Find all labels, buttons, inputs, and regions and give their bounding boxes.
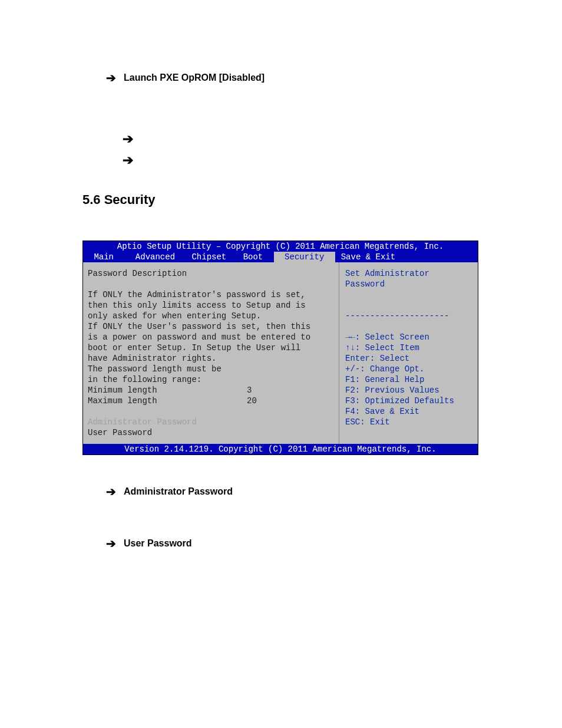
bullet-admin-password: ➔ Administrator Password xyxy=(106,485,480,499)
pw-desc-line: in the following range: xyxy=(88,374,335,385)
tab-save-exit[interactable]: Save & Exit xyxy=(335,252,401,262)
nav-hint: +/-: Change Opt. xyxy=(345,364,473,374)
arrow-icon: ➔ xyxy=(106,536,124,551)
tab-main[interactable]: Main xyxy=(83,252,124,262)
section-heading: 5.6 Security xyxy=(82,192,480,207)
bullet-label: Launch PXE OpROM [Disabled] xyxy=(124,73,265,83)
admin-password-item[interactable]: Administrator Password xyxy=(88,417,335,427)
bios-left-pane: Password Description If ONLY the Adminis… xyxy=(83,262,339,444)
nav-hint: ↑↓: Select Item xyxy=(345,342,473,353)
nav-hint: F1: General Help xyxy=(345,374,473,385)
pw-desc-line: only asked for when entering Setup. xyxy=(88,311,335,321)
bullet-launch-pxe: ➔ Launch PXE OpROM [Disabled] xyxy=(106,71,480,85)
bios-screenshot: Aptio Setup Utility – Copyright (C) 2011… xyxy=(82,241,478,455)
pw-desc-line: then this only limits access to Setup an… xyxy=(88,300,335,311)
nav-hint: F3: Optimized Defaults xyxy=(345,396,473,406)
bios-footer: Version 2.14.1219. Copyright (C) 2011 Am… xyxy=(83,444,478,454)
pw-desc-line: is a power on password and must be enter… xyxy=(88,332,335,342)
max-length-value: 20 xyxy=(247,396,257,406)
arrow-icon: ➔ xyxy=(123,150,480,171)
help-text: Password xyxy=(345,279,473,289)
tab-advanced[interactable]: Advanced xyxy=(124,252,186,262)
min-length-value: 3 xyxy=(247,385,252,396)
max-length-label: Maximum length xyxy=(88,396,247,406)
bios-title: Aptio Setup Utility – Copyright (C) 2011… xyxy=(83,241,478,252)
pw-desc-line: have Administrator rights. xyxy=(88,353,335,364)
arrow-icon: ➔ xyxy=(106,71,124,85)
bullet-label: User Password xyxy=(124,538,192,549)
min-length-label: Minimum length xyxy=(88,385,247,396)
bios-right-pane: Set Administrator Password -------------… xyxy=(339,262,478,444)
user-password-item[interactable]: User Password xyxy=(88,427,335,438)
pw-desc-line: If ONLY the Administrator's password is … xyxy=(88,289,335,300)
nav-hint: F4: Save & Exit xyxy=(345,406,473,417)
help-text: Set Administrator xyxy=(345,268,473,279)
arrow-icon: ➔ xyxy=(106,485,124,499)
pw-desc-heading: Password Description xyxy=(88,268,335,279)
bullet-user-password: ➔ User Password xyxy=(106,536,480,551)
nav-hint: ESC: Exit xyxy=(345,417,473,427)
tab-boot[interactable]: Boot xyxy=(232,252,273,262)
pw-desc-line: boot or enter Setup. In Setup the User w… xyxy=(88,342,335,353)
bios-menu: Main Advanced Chipset Boot Security Save… xyxy=(83,252,478,262)
tab-security[interactable]: Security xyxy=(274,252,335,262)
nav-hint: →←: Select Screen xyxy=(345,332,473,342)
pw-desc-line: The password length must be xyxy=(88,364,335,374)
bullet-label: Administrator Password xyxy=(124,486,233,497)
nav-hint: F2: Previous Values xyxy=(345,385,473,396)
tab-chipset[interactable]: Chipset xyxy=(186,252,232,262)
arrow-icon: ➔ xyxy=(123,129,480,150)
nav-hint: Enter: Select xyxy=(345,353,473,364)
pw-desc-line: If ONLY the User's password is set, then… xyxy=(88,321,335,332)
divider-dashes: --------------------- xyxy=(345,311,473,321)
